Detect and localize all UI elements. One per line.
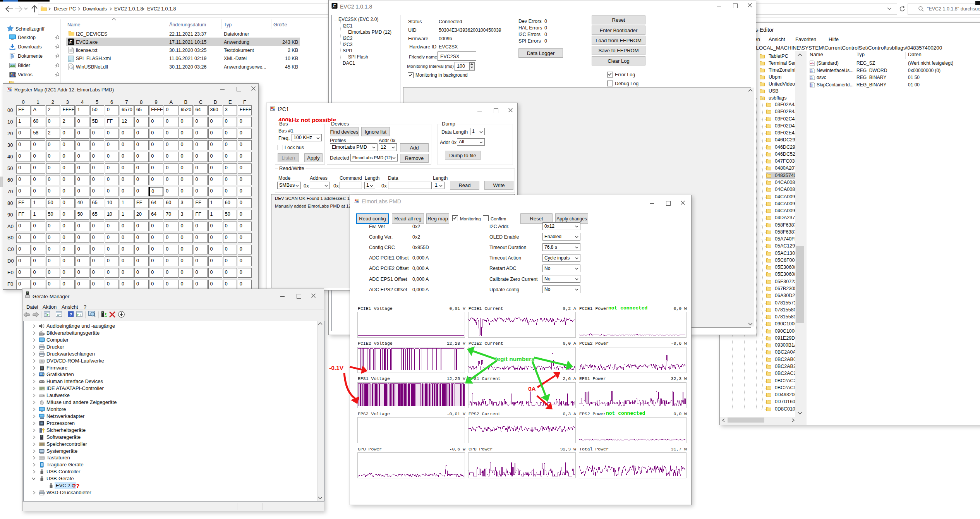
svg-text:?: ? bbox=[70, 312, 72, 317]
svg-text:ab: ab bbox=[810, 62, 814, 65]
svg-text:10: 10 bbox=[810, 70, 813, 73]
svg-text:E: E bbox=[70, 40, 72, 44]
svg-text:10: 10 bbox=[810, 77, 813, 80]
svg-text:10: 10 bbox=[810, 85, 813, 88]
